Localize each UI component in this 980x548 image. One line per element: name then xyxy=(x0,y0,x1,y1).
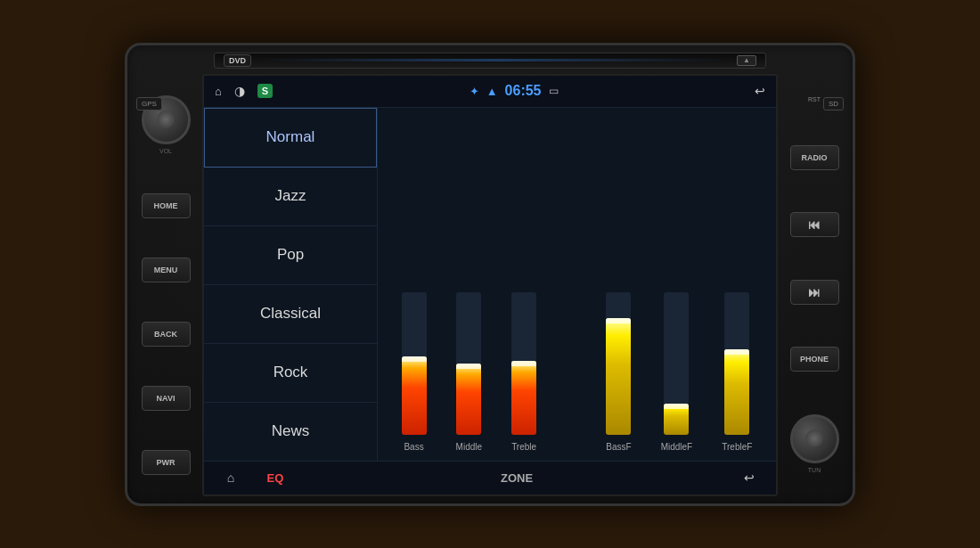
app-icon: S xyxy=(257,84,273,98)
bar-group-bassf: BassF xyxy=(606,117,631,452)
bar-fill-bass xyxy=(402,356,427,435)
bar-group-bass: Bass xyxy=(402,117,427,452)
radio-button[interactable]: RADIO xyxy=(790,145,839,170)
back-icon[interactable]: ↩ xyxy=(755,84,765,98)
eq-button[interactable]: EQ xyxy=(249,471,302,485)
prev-button[interactable]: ⏮ xyxy=(790,212,839,237)
bottom-back-button[interactable]: ↩ xyxy=(731,465,767,490)
sd-label[interactable]: SD xyxy=(823,97,844,110)
bar-track-treble[interactable] xyxy=(511,292,536,435)
cd-slot: DVD ▲ xyxy=(214,53,766,69)
eq-preset-classical[interactable]: Classical xyxy=(204,285,377,344)
right-knob[interactable] xyxy=(790,414,839,463)
bar-track-bassf[interactable] xyxy=(606,292,631,435)
bar-label-middle: Middle xyxy=(456,442,482,452)
content-area: Normal Jazz Pop Classical Rock xyxy=(204,108,776,461)
menu-button[interactable]: MENU xyxy=(142,258,191,282)
bar-group-treble: Treble xyxy=(511,117,536,452)
phone-button[interactable]: PHONE xyxy=(790,347,839,372)
bar-fill-bassf xyxy=(606,318,631,435)
bar-fill-treble xyxy=(511,361,536,435)
pwr-button[interactable]: PWR xyxy=(142,450,191,475)
bluetooth-icon: ✦ xyxy=(470,85,479,98)
bar-fill-middle xyxy=(456,364,481,435)
eq-preset-news[interactable]: News xyxy=(204,403,377,461)
eq-preset-jazz[interactable]: Jazz xyxy=(204,168,377,226)
zone-button[interactable]: ZONE xyxy=(302,471,731,485)
gps-label[interactable]: GPS xyxy=(136,97,162,110)
home-button[interactable]: HOME xyxy=(142,193,191,218)
eq-preset-list: Normal Jazz Pop Classical Rock xyxy=(204,108,378,461)
eq-preset-normal[interactable]: Normal xyxy=(204,108,377,168)
bars-container: BassMiddleTrebleBassFMiddleFTrebleF xyxy=(387,117,767,455)
bar-track-middle[interactable] xyxy=(456,292,481,435)
brightness-icon: ◑ xyxy=(234,84,245,98)
bar-track-middlef[interactable] xyxy=(664,292,689,435)
vol-label: VOL xyxy=(159,148,172,154)
bar-label-treblef: TrebleF xyxy=(722,442,752,452)
bar-label-middlef: MiddleF xyxy=(661,442,693,452)
next-button[interactable]: ⏭ xyxy=(790,280,839,305)
cd-slot-line xyxy=(258,59,730,61)
dvd-label: DVD xyxy=(224,54,251,67)
tun-label: TUN xyxy=(808,467,821,473)
eq-preset-pop[interactable]: Pop xyxy=(204,226,377,285)
bar-fill-treblef xyxy=(724,349,749,435)
bar-group-middle: Middle xyxy=(456,117,482,452)
bar-group-middlef: MiddleF xyxy=(661,117,693,452)
bar-track-treblef[interactable] xyxy=(724,292,749,435)
screen: ⌂ ◑ S ✦ ▲ 06:55 ▭ ↩ No xyxy=(202,74,778,496)
bar-label-bass: Bass xyxy=(404,442,423,452)
car-stereo-device: DVD ▲ GPS SD VOL HOME MENU BACK NAVI PWR xyxy=(125,43,855,506)
bottom-home-button[interactable]: ⌂ xyxy=(213,465,249,490)
rst-label: RST xyxy=(808,96,821,102)
back-button[interactable]: BACK xyxy=(142,322,191,347)
eq-preset-rock[interactable]: Rock xyxy=(204,344,377,403)
eq-visualizer: BassMiddleTrebleBassFMiddleFTrebleF xyxy=(378,108,776,461)
time-display: 06:55 xyxy=(505,83,542,99)
eject-button[interactable]: ▲ xyxy=(737,55,756,66)
battery-icon: ▭ xyxy=(549,85,559,97)
bottom-bar: ⌂ EQ ZONE ↩ xyxy=(204,461,776,495)
bar-track-bass[interactable] xyxy=(402,292,427,435)
wifi-icon: ▲ xyxy=(486,85,498,98)
navi-button[interactable]: NAVI xyxy=(142,386,191,411)
bar-group-treblef: TrebleF xyxy=(722,117,752,452)
bar-label-bassf: BassF xyxy=(606,442,631,452)
home-icon[interactable]: ⌂ xyxy=(215,85,222,98)
left-controls: VOL HOME MENU BACK NAVI PWR xyxy=(135,74,197,496)
bar-label-treble: Treble xyxy=(511,442,536,452)
right-controls: RST RADIO ⏮ ⏭ PHONE TUN xyxy=(783,74,845,496)
status-bar: ⌂ ◑ S ✦ ▲ 06:55 ▭ ↩ xyxy=(204,76,776,108)
